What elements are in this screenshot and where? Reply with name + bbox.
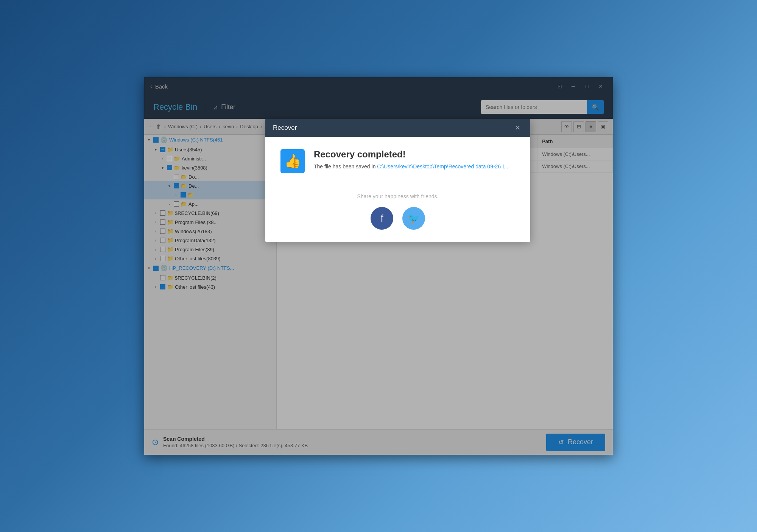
recovery-path-link[interactable]: C:\Users\kevin\Desktop\Temp\Recovered da… [377,163,509,170]
recovery-path-text: The file has been saved in C:\Users\kevi… [314,163,510,170]
modal-success-content: 👍 Recovery completed! The file has been … [280,149,515,173]
app-window: ‹ Back ⊡ ─ □ ✕ Recycle Bin ⊿ Filter 🔍 ↑ … [144,77,613,455]
modal-close-button[interactable]: ✕ [512,123,523,133]
modal-title: Recover [273,124,297,132]
recover-modal: Recover ✕ 👍 Recovery completed! The file… [265,119,530,242]
modal-divider [280,184,515,184]
facebook-share-button[interactable]: f [371,207,393,230]
modal-overlay: Recover ✕ 👍 Recovery completed! The file… [144,77,613,455]
modal-success-text: Recovery completed! The file has been sa… [314,149,510,170]
thumbs-up-icon: 👍 [280,149,305,173]
twitter-share-button[interactable]: 🐦 [402,207,425,230]
facebook-icon: f [380,213,383,224]
modal-body: 👍 Recovery completed! The file has been … [265,137,530,242]
share-text: Share your happiness with friends. [280,193,515,199]
modal-header: Recover ✕ [265,119,530,137]
recovery-completed-title: Recovery completed! [314,149,510,160]
twitter-icon: 🐦 [408,213,420,224]
social-buttons: f 🐦 [280,207,515,230]
